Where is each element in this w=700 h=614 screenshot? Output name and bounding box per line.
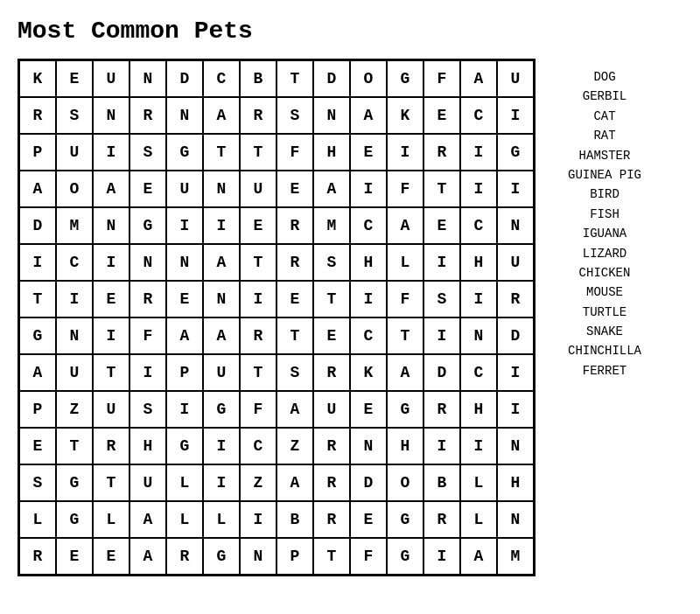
grid-cell[interactable]: G xyxy=(56,464,93,501)
grid-cell[interactable]: I xyxy=(203,428,240,464)
grid-cell[interactable]: N xyxy=(497,428,534,464)
grid-cell[interactable]: I xyxy=(93,317,130,354)
grid-cell[interactable]: E xyxy=(313,317,350,354)
grid-cell[interactable]: A xyxy=(276,464,313,501)
grid-cell[interactable]: G xyxy=(203,538,240,575)
grid-cell[interactable]: A xyxy=(387,354,424,391)
grid-cell[interactable]: H xyxy=(130,428,166,464)
grid-cell[interactable]: F xyxy=(350,538,387,575)
grid-cell[interactable]: T xyxy=(313,538,350,575)
grid-cell[interactable]: K xyxy=(387,97,424,134)
grid-cell[interactable]: N xyxy=(203,281,240,317)
grid-cell[interactable]: A xyxy=(276,391,313,428)
grid-cell[interactable]: D xyxy=(313,60,350,97)
grid-cell[interactable]: E xyxy=(19,428,56,464)
grid-cell[interactable]: N xyxy=(56,317,93,354)
grid-cell[interactable]: I xyxy=(460,281,497,317)
grid-cell[interactable]: R xyxy=(240,317,276,354)
grid-cell[interactable]: T xyxy=(93,464,130,501)
grid-cell[interactable]: G xyxy=(203,391,240,428)
grid-cell[interactable]: L xyxy=(387,244,424,281)
grid-cell[interactable]: E xyxy=(424,207,460,244)
grid-cell[interactable]: K xyxy=(19,60,56,97)
grid-cell[interactable]: U xyxy=(497,60,534,97)
grid-cell[interactable]: A xyxy=(166,317,203,354)
grid-cell[interactable]: R xyxy=(93,428,130,464)
grid-cell[interactable]: N xyxy=(497,501,534,538)
grid-cell[interactable]: H xyxy=(460,391,497,428)
grid-cell[interactable]: A xyxy=(460,538,497,575)
grid-cell[interactable]: P xyxy=(276,538,313,575)
grid-cell[interactable]: S xyxy=(56,97,93,134)
grid-cell[interactable]: E xyxy=(276,171,313,207)
grid-cell[interactable]: S xyxy=(19,464,56,501)
grid-cell[interactable]: N xyxy=(130,244,166,281)
grid-cell[interactable]: T xyxy=(313,281,350,317)
grid-cell[interactable]: D xyxy=(424,354,460,391)
grid-cell[interactable]: G xyxy=(387,538,424,575)
grid-cell[interactable]: S xyxy=(276,97,313,134)
grid-cell[interactable]: L xyxy=(166,501,203,538)
grid-cell[interactable]: T xyxy=(203,134,240,171)
grid-cell[interactable]: T xyxy=(240,354,276,391)
grid-cell[interactable]: I xyxy=(93,244,130,281)
grid-cell[interactable]: I xyxy=(424,538,460,575)
grid-cell[interactable]: U xyxy=(240,171,276,207)
grid-cell[interactable]: I xyxy=(387,134,424,171)
grid-cell[interactable]: N xyxy=(240,538,276,575)
grid-cell[interactable]: P xyxy=(19,134,56,171)
grid-cell[interactable]: O xyxy=(387,464,424,501)
grid-cell[interactable]: F xyxy=(387,171,424,207)
grid-cell[interactable]: I xyxy=(424,317,460,354)
grid-cell[interactable]: Z xyxy=(276,428,313,464)
grid-cell[interactable]: R xyxy=(276,244,313,281)
grid-cell[interactable]: A xyxy=(130,501,166,538)
grid-cell[interactable]: A xyxy=(313,171,350,207)
grid-cell[interactable]: A xyxy=(350,97,387,134)
grid-cell[interactable]: F xyxy=(424,60,460,97)
grid-cell[interactable]: I xyxy=(130,354,166,391)
grid-cell[interactable]: A xyxy=(203,317,240,354)
grid-cell[interactable]: U xyxy=(93,60,130,97)
grid-cell[interactable]: R xyxy=(130,97,166,134)
grid-cell[interactable]: G xyxy=(387,501,424,538)
grid-cell[interactable]: D xyxy=(166,60,203,97)
grid-cell[interactable]: T xyxy=(424,171,460,207)
grid-cell[interactable]: I xyxy=(350,281,387,317)
grid-cell[interactable]: R xyxy=(313,464,350,501)
grid-cell[interactable]: Z xyxy=(56,391,93,428)
grid-cell[interactable]: R xyxy=(313,501,350,538)
grid-cell[interactable]: C xyxy=(56,244,93,281)
grid-cell[interactable]: L xyxy=(93,501,130,538)
grid-cell[interactable]: A xyxy=(203,244,240,281)
grid-cell[interactable]: D xyxy=(350,464,387,501)
grid-cell[interactable]: E xyxy=(56,538,93,575)
grid-cell[interactable]: M xyxy=(56,207,93,244)
grid-cell[interactable]: E xyxy=(276,281,313,317)
grid-cell[interactable]: I xyxy=(93,134,130,171)
grid-cell[interactable]: I xyxy=(424,428,460,464)
grid-cell[interactable]: N xyxy=(350,428,387,464)
grid-cell[interactable]: C xyxy=(460,354,497,391)
grid-cell[interactable]: I xyxy=(166,207,203,244)
grid-cell[interactable]: I xyxy=(240,501,276,538)
grid-cell[interactable]: I xyxy=(240,281,276,317)
grid-cell[interactable]: P xyxy=(19,391,56,428)
grid-cell[interactable]: I xyxy=(166,391,203,428)
grid-cell[interactable]: U xyxy=(166,171,203,207)
grid-cell[interactable]: U xyxy=(56,354,93,391)
grid-cell[interactable]: C xyxy=(350,317,387,354)
grid-cell[interactable]: T xyxy=(240,134,276,171)
grid-cell[interactable]: N xyxy=(497,207,534,244)
grid-cell[interactable]: T xyxy=(56,428,93,464)
grid-cell[interactable]: M xyxy=(497,538,534,575)
grid-cell[interactable]: L xyxy=(203,501,240,538)
grid-cell[interactable]: F xyxy=(276,134,313,171)
grid-cell[interactable]: G xyxy=(56,501,93,538)
grid-cell[interactable]: D xyxy=(19,207,56,244)
grid-cell[interactable]: R xyxy=(19,97,56,134)
grid-cell[interactable]: R xyxy=(424,391,460,428)
grid-cell[interactable]: N xyxy=(313,97,350,134)
grid-cell[interactable]: S xyxy=(276,354,313,391)
grid-cell[interactable]: U xyxy=(93,391,130,428)
